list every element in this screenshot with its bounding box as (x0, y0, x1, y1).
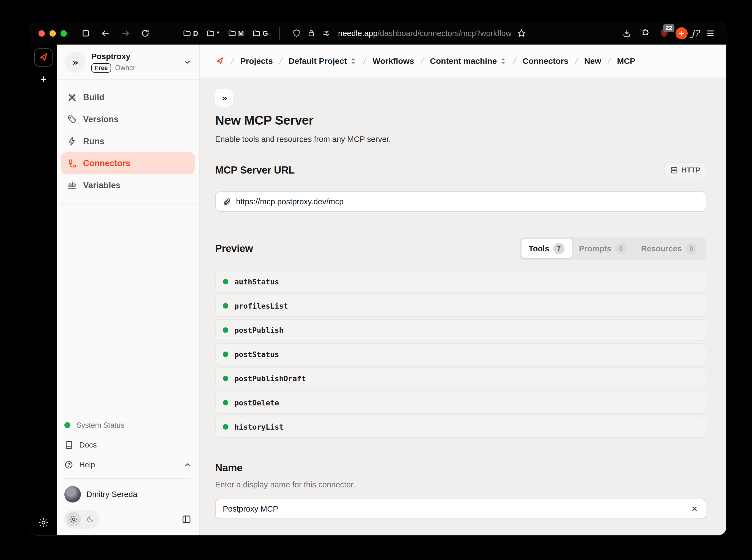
zoom-window-button[interactable] (61, 30, 67, 37)
mcp-url-field[interactable] (215, 192, 706, 212)
dark-mode-button[interactable] (83, 512, 97, 526)
user-name: Dmitry Sereda (86, 490, 137, 499)
tool-name: historyList (235, 423, 284, 431)
breadcrumb-project-selector[interactable]: Default Project (288, 56, 357, 66)
tool-row[interactable]: authStatus (215, 271, 706, 293)
folder-icon (207, 29, 215, 37)
tab-prompts[interactable]: Prompts 0 (572, 239, 634, 258)
sidebar-nav: Build Versions Runs (57, 80, 199, 203)
tool-name: postStatus (235, 350, 279, 359)
reload-button[interactable] (138, 26, 153, 41)
tool-row[interactable]: postPublish (215, 319, 706, 341)
tool-row[interactable]: postPublishDraft (215, 367, 706, 389)
f-question-extension-icon[interactable]: ƒ? (691, 28, 699, 38)
tool-row[interactable]: historyList (215, 416, 706, 438)
main-panel: / Projects / Default Project / Workflows… (200, 44, 726, 535)
preview-tabs: Tools 7 Prompts 0 Resources 0 (520, 237, 706, 260)
extensions-icon[interactable] (638, 26, 653, 41)
downloads-icon[interactable] (619, 26, 634, 41)
help-row[interactable]: Help (64, 455, 191, 475)
tab-tools[interactable]: Tools 7 (522, 239, 572, 258)
collapse-sidebar-icon[interactable] (182, 514, 191, 524)
tool-name: postPublish (235, 326, 284, 335)
workspace-name: Posptroxy (91, 52, 135, 61)
bookmark-label: * (217, 29, 220, 37)
name-field[interactable] (215, 499, 706, 519)
rail-add-button[interactable]: + (40, 74, 46, 85)
server-icon (670, 166, 678, 174)
breadcrumb-new[interactable]: New (584, 56, 601, 66)
adblock-extension-icon[interactable]: w 22 (657, 26, 672, 41)
sidebar-item-label: Variables (83, 180, 120, 190)
tool-row[interactable]: postStatus (215, 343, 706, 365)
breadcrumb-workflows[interactable]: Workflows (372, 56, 414, 66)
user-account-row[interactable]: Dmitry Sereda (64, 482, 191, 506)
clear-input-icon[interactable] (690, 505, 699, 513)
breadcrumb-connectors[interactable]: Connectors (523, 56, 569, 66)
status-dot-icon (223, 327, 228, 333)
resources-count-badge: 0 (686, 243, 697, 255)
back-button[interactable] (98, 26, 113, 41)
breadcrumb-mcp[interactable]: MCP (617, 56, 635, 66)
double-chevron-icon: » (222, 93, 226, 103)
plus-extension-icon[interactable]: + (675, 27, 688, 39)
browser-toolbar: D * M G (30, 22, 726, 44)
tab-resources[interactable]: Resources 0 (634, 239, 705, 258)
lightning-icon (67, 137, 77, 146)
bookmark-label: D (193, 29, 198, 37)
sidebar-item-connectors[interactable]: Connectors (61, 153, 195, 174)
sidebar-item-label: Runs (83, 136, 104, 146)
permissions-icon[interactable] (319, 26, 334, 41)
breadcrumb-workflow-selector[interactable]: Content machine (430, 56, 507, 66)
http-badge[interactable]: HTTP (664, 162, 706, 178)
menu-icon[interactable] (703, 26, 718, 41)
tool-name: postDelete (235, 399, 279, 407)
screenshot-stage: D * M G (0, 0, 752, 560)
status-dot-icon (223, 279, 228, 284)
bookmark-folder-m[interactable]: M (228, 29, 244, 37)
breadcrumb-projects[interactable]: Projects (240, 56, 272, 66)
name-section: Name Enter a display name for this conne… (215, 462, 706, 519)
tool-name: postPublishDraft (235, 374, 306, 383)
url-section-heading: MCP Server URL (215, 164, 294, 176)
app-logo[interactable] (34, 48, 53, 66)
workspace-switcher[interactable]: » Posptroxy Free Owner (57, 44, 199, 80)
bookmark-folder-g[interactable]: G (252, 29, 268, 37)
sidebar-item-build[interactable]: Build (61, 86, 195, 108)
shield-icon[interactable] (289, 26, 304, 41)
url-bar[interactable]: needle.app/dashboard/connectors/mcp?work… (289, 26, 619, 41)
tab-overview-icon[interactable] (78, 26, 93, 41)
name-input[interactable] (223, 504, 690, 514)
bookmark-folder-d[interactable]: D (183, 29, 198, 37)
tool-name: profilesList (235, 302, 288, 310)
sidebar-item-runs[interactable]: Runs (61, 131, 195, 153)
sidebar-item-label: Versions (83, 115, 119, 124)
help-icon (64, 460, 73, 469)
bookmark-folder-star[interactable]: * (207, 29, 220, 37)
name-heading: Name (215, 462, 706, 474)
url-text[interactable]: needle.app/dashboard/connectors/mcp?work… (338, 29, 511, 38)
settings-gear-icon[interactable] (38, 517, 49, 528)
sidebar-item-variables[interactable]: ab Variables (61, 174, 195, 196)
sun-icon (69, 515, 78, 523)
sidebar-item-versions[interactable]: Versions (61, 108, 195, 131)
tool-row[interactable]: postDelete (215, 392, 706, 414)
light-mode-button[interactable] (66, 512, 81, 526)
breadcrumb-logo-icon[interactable] (215, 56, 224, 66)
minimize-window-button[interactable] (49, 30, 56, 37)
build-icon (67, 93, 77, 102)
lock-icon[interactable] (304, 26, 319, 41)
bookmark-star-icon[interactable] (514, 26, 529, 41)
prompts-count-badge: 0 (615, 243, 627, 255)
docs-row[interactable]: Docs (64, 435, 191, 455)
chevron-up-down-icon (350, 58, 357, 65)
close-window-button[interactable] (39, 30, 45, 37)
forward-button[interactable] (118, 26, 133, 41)
tool-row[interactable]: profilesList (215, 295, 706, 317)
theme-toggle[interactable] (64, 510, 100, 529)
workspace-avatar: » (64, 52, 85, 73)
system-status-row[interactable]: System Status (64, 415, 191, 435)
mcp-url-input[interactable] (236, 197, 699, 206)
workspace-meta: Posptroxy Free Owner (91, 52, 135, 73)
toolbar-right-icons: w 22 + ƒ? (619, 26, 718, 41)
